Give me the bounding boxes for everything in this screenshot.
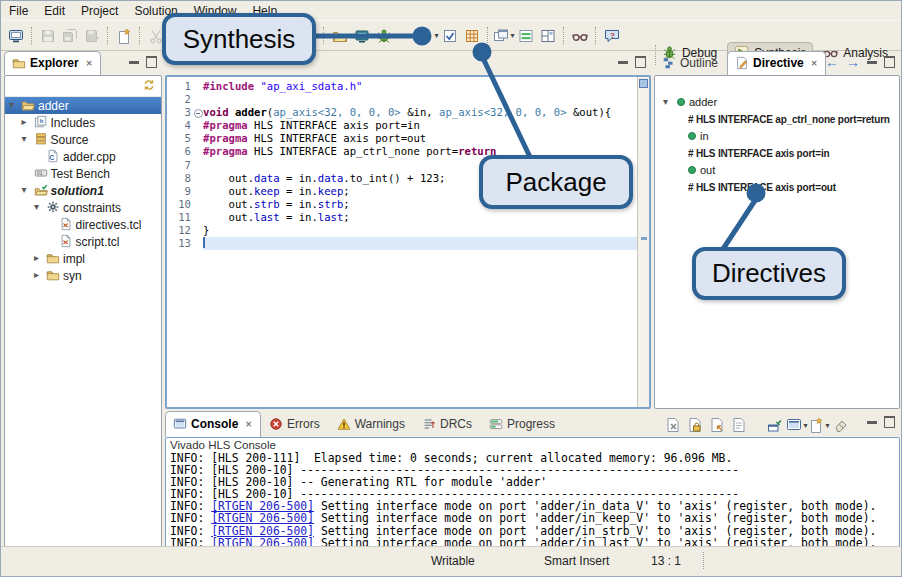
tree-item-test-bench[interactable]: 01Test Bench (5, 165, 161, 182)
line-number: 10 (167, 198, 203, 211)
error-badge-icon (269, 417, 283, 431)
minimize-button[interactable] (867, 61, 877, 64)
close-tab-icon[interactable]: ✕ (86, 59, 93, 68)
maximize-button[interactable] (146, 56, 157, 68)
explorer-folder-icon (12, 56, 26, 70)
collapse-arrow-icon[interactable]: ▾ (663, 96, 668, 108)
expand-arrow-icon[interactable]: ▸ (34, 269, 39, 281)
tab-directive[interactable]: Directive✕ (727, 51, 826, 75)
save-as-button (81, 24, 103, 48)
forward-arrow-icon[interactable]: → (846, 57, 860, 67)
code-line-1: 1#include "ap_axi_sdata.h" (167, 80, 649, 93)
window-layout-button[interactable] (537, 24, 559, 48)
directive-item-out[interactable]: out (655, 162, 899, 179)
close-tab-icon[interactable]: ✕ (245, 420, 252, 429)
toolbar-separator (487, 27, 489, 45)
maximize-button[interactable] (884, 416, 895, 428)
tree-item-syn[interactable]: ▸syn (5, 267, 161, 284)
tab-progress[interactable]: Progress (481, 411, 564, 437)
compare-reports-button[interactable] (515, 24, 537, 48)
expand-arrow-icon[interactable]: ▸ (22, 116, 27, 128)
analysis-glasses-button[interactable] (569, 24, 591, 48)
overview-ruler[interactable] (637, 77, 649, 407)
console-toolbar: ▾▾ (662, 413, 852, 437)
debug-run-button[interactable] (373, 24, 395, 48)
svg-text:h: h (39, 117, 43, 124)
open-log-button[interactable] (728, 413, 750, 437)
folder-icon (46, 268, 60, 282)
line-number: 13 (167, 237, 203, 250)
clear-console-button[interactable] (830, 413, 852, 437)
tree-item-includes[interactable]: ▸hIncludes (5, 114, 161, 131)
expand-arrow-icon[interactable]: ▸ (34, 252, 39, 264)
show-on-output-button[interactable] (706, 413, 728, 437)
new-file-button[interactable] (113, 24, 135, 48)
svg-text:01: 01 (37, 171, 43, 176)
tree-item-directives-tcl[interactable]: directives.tcl (5, 216, 161, 233)
collapse-arrow-icon[interactable]: ▾ (34, 201, 39, 213)
help-bubble-button[interactable]: ? (601, 24, 623, 48)
tree-item-adder[interactable]: ▾adder (5, 97, 161, 114)
code-text (203, 237, 649, 250)
tab-errors[interactable]: Errors (261, 411, 329, 437)
remove-log-button[interactable] (662, 413, 684, 437)
includes-icon: h (34, 115, 48, 129)
port-dot-icon (688, 132, 696, 140)
tree-item-script-tcl[interactable]: script.tcl (5, 233, 161, 250)
back-arrow-icon[interactable]: ← (825, 57, 839, 67)
sync-icon[interactable] (142, 78, 156, 95)
pin-console-button[interactable] (764, 413, 786, 437)
close-tab-icon[interactable]: ✕ (811, 59, 818, 68)
tree-item-adder-cpp[interactable]: Cadder.cpp (5, 148, 161, 165)
tree-item-source[interactable]: ▾Source (5, 131, 161, 148)
code-line-2: 2 (167, 93, 649, 106)
tab-outline[interactable]: Outline (654, 51, 727, 75)
directive-item-hls-interface-axis-port-out[interactable]: # HLS INTERFACE axis port=out (655, 179, 899, 196)
tab-drcs[interactable]: DRCs (414, 411, 481, 437)
directive-item-adder[interactable]: ▾adder (655, 94, 899, 111)
explorer-panel: Explorer ✕ ▾adder▸hIncludes▾SourceCadder… (4, 51, 162, 547)
directive-item-hls-interface-axis-port-in[interactable]: # HLS INTERFACE axis port=in (655, 145, 899, 162)
run-csimulation-button[interactable] (439, 24, 461, 48)
dropdown-arrow-icon[interactable]: ▾ (434, 31, 438, 40)
code-editor[interactable]: 1#include "ap_axi_sdata.h"23void adder(a… (165, 75, 651, 409)
new-project-button[interactable] (5, 24, 27, 48)
tab-console[interactable]: Console✕ (165, 411, 261, 437)
console-tabbar: Console✕ErrorsWarningsDRCsProgress ▾▾ (165, 411, 900, 437)
display-console-button[interactable]: ▾ (786, 413, 808, 437)
dropdown-arrow-icon[interactable]: ▾ (510, 31, 514, 40)
open-console-button[interactable]: ▾ (808, 413, 830, 437)
menu-file[interactable]: File (3, 2, 38, 20)
progress-bars-icon (489, 417, 503, 431)
tree-item-constraints[interactable]: ▾constraints (5, 199, 161, 216)
tab-explorer[interactable]: Explorer ✕ (4, 51, 101, 75)
maximize-button[interactable] (884, 56, 895, 68)
duplicate-window-button[interactable]: ▾ (493, 24, 515, 48)
dropdown-arrow-icon[interactable]: ▾ (803, 421, 807, 430)
minimize-button[interactable] (867, 421, 877, 424)
directive-item-in[interactable]: in (655, 128, 899, 145)
export-rtl-button[interactable] (461, 24, 483, 48)
port-dot-icon (688, 166, 696, 174)
menu-edit[interactable]: Edit (38, 2, 75, 20)
collapse-arrow-icon[interactable]: ▾ (9, 99, 14, 111)
dropdown-arrow-icon[interactable]: ▾ (825, 421, 829, 430)
scroll-lock-button[interactable] (684, 413, 706, 437)
collapse-arrow-icon[interactable]: ▾ (22, 133, 27, 145)
directive-item-hls-interface-ap-ctrl-none-port-return[interactable]: # HLS INTERFACE ap_ctrl_none port=return (655, 111, 899, 128)
csim-run-button[interactable] (351, 24, 373, 48)
run-synthesis-button[interactable]: ▾ (417, 24, 439, 48)
tree-item-solution1[interactable]: ▾solution1 (5, 182, 161, 199)
console-content[interactable]: Vivado HLS Console INFO: [HLS 200-111] E… (165, 437, 900, 547)
line-number: 2 (167, 93, 203, 106)
open-folder-button[interactable] (329, 24, 351, 48)
minimize-button[interactable] (618, 61, 628, 64)
tree-item-impl[interactable]: ▸impl (5, 250, 161, 267)
collapse-arrow-icon[interactable]: ▾ (22, 184, 27, 196)
menu-project[interactable]: Project (75, 2, 128, 20)
minimize-button[interactable] (129, 61, 139, 64)
tab-warnings[interactable]: Warnings (329, 411, 414, 437)
line-number: 11 (167, 211, 203, 224)
code-line-11: 11 out.last = in.last; (167, 211, 649, 224)
maximize-button[interactable] (635, 56, 646, 68)
